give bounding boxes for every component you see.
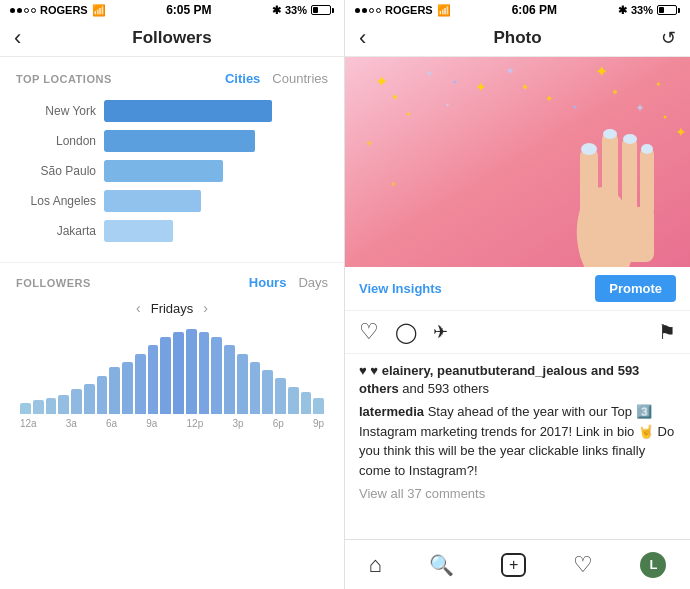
- svg-point-22: [603, 129, 617, 139]
- followers-header: FOLLOWERS Hours Days: [16, 275, 328, 290]
- dot4: [31, 8, 36, 13]
- page-title-left: Followers: [132, 28, 211, 48]
- add-nav-icon[interactable]: +: [501, 553, 526, 577]
- svg-rect-20: [580, 207, 654, 262]
- hist-label-5: 3p: [232, 418, 243, 429]
- dot4r: [376, 8, 381, 13]
- histogram-bar-1: [33, 400, 44, 414]
- day-label: Fridays: [151, 301, 194, 316]
- back-button-right[interactable]: ‹: [359, 25, 366, 51]
- bar-fill-2: [104, 160, 223, 182]
- home-nav-icon[interactable]: ⌂: [369, 552, 382, 578]
- bar-track-0: [104, 100, 320, 122]
- svg-text:✦: ✦: [390, 180, 397, 189]
- prev-day-button[interactable]: ‹: [136, 300, 141, 316]
- bluetooth-icon-left: ✱: [272, 4, 281, 17]
- insights-bar: View Insights Promote: [345, 267, 690, 311]
- svg-point-25: [393, 95, 397, 99]
- bar-track-2: [104, 160, 320, 182]
- hist-label-7: 9p: [313, 418, 324, 429]
- histogram-bar-21: [288, 387, 299, 414]
- top-locations-header: TOP LOCATIONS Cities Countries: [16, 71, 328, 86]
- top-locations-title: TOP LOCATIONS: [16, 73, 112, 85]
- histogram-bar-16: [224, 345, 235, 414]
- bar-fill-0: [104, 100, 272, 122]
- histogram-bar-3: [58, 395, 69, 414]
- histogram-bar-7: [109, 367, 120, 414]
- svg-point-26: [454, 81, 457, 84]
- svg-text:✦: ✦: [425, 68, 433, 79]
- next-day-button[interactable]: ›: [203, 300, 208, 316]
- location-tabs: Cities Countries: [225, 71, 328, 86]
- page-title-right: Photo: [493, 28, 541, 48]
- status-bar-right: ROGERS 📶 6:06 PM ✱ 33%: [345, 0, 690, 20]
- bar-label-0: New York: [24, 104, 96, 118]
- comment-icon[interactable]: ◯: [395, 320, 417, 344]
- svg-text:✦: ✦: [475, 79, 487, 95]
- bar-label-1: London: [24, 134, 96, 148]
- caption-area: ♥ ♥ elainery, peanutbuterand_jealous and…: [345, 354, 690, 539]
- bar-row-0: New York: [24, 100, 320, 122]
- carrier-left: ROGERS: [40, 4, 88, 16]
- day-nav: ‹ Fridays ›: [16, 300, 328, 316]
- histogram-bar-4: [71, 389, 82, 414]
- promote-button[interactable]: Promote: [595, 275, 676, 302]
- svg-point-21: [581, 143, 597, 155]
- histogram-bar-20: [275, 378, 286, 414]
- svg-text:✦: ✦: [675, 124, 687, 140]
- histogram-bar-12: [173, 332, 184, 414]
- histogram-bar-18: [250, 362, 261, 414]
- svg-text:✦: ✦: [375, 73, 388, 90]
- svg-rect-19: [640, 147, 654, 217]
- histogram-bar-9: [135, 354, 146, 414]
- bar-label-4: Jakarta: [24, 224, 96, 238]
- status-right-right: ✱ 33%: [618, 4, 680, 17]
- view-insights-button[interactable]: View Insights: [359, 281, 442, 296]
- svg-text:✦: ✦: [635, 101, 645, 115]
- tab-cities[interactable]: Cities: [225, 71, 260, 86]
- bar-row-4: Jakarta: [24, 220, 320, 242]
- refresh-button[interactable]: ↺: [661, 27, 676, 49]
- profile-avatar[interactable]: L: [640, 552, 666, 578]
- svg-point-23: [623, 134, 637, 144]
- tab-hours[interactable]: Hours: [249, 275, 287, 290]
- histogram-bar-17: [237, 354, 248, 414]
- histogram-labels: 12a 3a 6a 9a 12p 3p 6p 9p: [16, 414, 328, 429]
- share-icon[interactable]: ✈: [433, 321, 448, 343]
- tab-countries[interactable]: Countries: [272, 71, 328, 86]
- heart-filled-icon: ♥: [359, 363, 370, 378]
- bar-fill-3: [104, 190, 201, 212]
- header-left: ‹ Followers: [0, 20, 344, 57]
- header-right: ‹ Photo ↺: [345, 20, 690, 57]
- bar-fill-1: [104, 130, 255, 152]
- followers-tabs: Hours Days: [249, 275, 328, 290]
- histogram-bar-22: [301, 392, 312, 414]
- hist-label-6: 6p: [273, 418, 284, 429]
- view-comments-link[interactable]: View all 37 comments: [359, 486, 676, 501]
- bookmark-icon[interactable]: ⚑: [658, 320, 676, 344]
- status-right-left: ✱ 33%: [272, 4, 334, 17]
- battery-pct-right: 33%: [631, 4, 653, 16]
- histogram-bar-10: [148, 345, 159, 414]
- followers-title: FOLLOWERS: [16, 277, 91, 289]
- histogram-bar-13: [186, 329, 197, 414]
- heart-nav-icon[interactable]: ♡: [573, 552, 593, 578]
- svg-text:✦: ✦: [505, 64, 515, 78]
- right-panel: ROGERS 📶 6:06 PM ✱ 33% ‹ Photo ↺: [345, 0, 690, 589]
- bar-row-3: Los Angeles: [24, 190, 320, 212]
- carrier-right: ROGERS: [385, 4, 433, 16]
- search-nav-icon[interactable]: 🔍: [429, 553, 454, 577]
- back-button-left[interactable]: ‹: [14, 25, 21, 51]
- histogram-bar-5: [84, 384, 95, 414]
- dot3r: [369, 8, 374, 13]
- post-username: latermedia: [359, 404, 424, 419]
- heart-icon[interactable]: ♡: [359, 319, 379, 345]
- bar-track-3: [104, 190, 320, 212]
- histogram-bar-2: [46, 398, 57, 414]
- svg-rect-18: [622, 137, 637, 217]
- tab-days[interactable]: Days: [298, 275, 328, 290]
- status-left: ROGERS 📶: [10, 4, 106, 17]
- svg-point-27: [523, 85, 527, 89]
- svg-text:✦: ✦: [445, 102, 450, 108]
- svg-point-28: [574, 106, 577, 109]
